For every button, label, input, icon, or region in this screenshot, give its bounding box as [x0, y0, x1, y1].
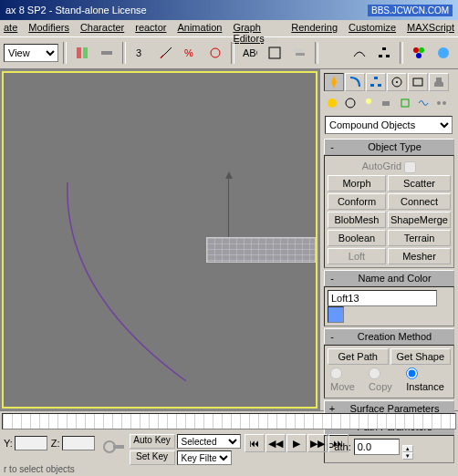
snap-toggle-button[interactable]: 3	[130, 42, 152, 64]
helpers-icon[interactable]	[397, 95, 413, 111]
name-color-rollout: -Name and Color	[324, 270, 454, 326]
render-button[interactable]	[432, 42, 454, 64]
main-menubar[interactable]: ate Modifiers Character reactor Animatio…	[0, 20, 458, 36]
motion-tab[interactable]	[387, 73, 407, 91]
cameras-icon[interactable]	[379, 95, 395, 111]
menu-animation[interactable]: Animation	[177, 22, 222, 35]
play-button[interactable]: ▶	[286, 434, 307, 452]
set-key-icon[interactable]	[100, 434, 126, 460]
z-coordinate-field[interactable]: Z:	[51, 436, 95, 450]
menu-maxscript[interactable]: MAXScript	[407, 22, 454, 35]
percent-snap-button[interactable]: %	[180, 42, 202, 64]
set-key-button[interactable]: Set Key	[130, 450, 175, 465]
align-button[interactable]	[96, 42, 118, 64]
shapes-icon[interactable]	[342, 95, 359, 111]
angle-snap-button[interactable]	[155, 42, 177, 64]
svg-rect-12	[386, 55, 390, 57]
active-viewport[interactable]	[2, 71, 317, 409]
svg-rect-11	[379, 55, 382, 57]
menu-customize[interactable]: Customize	[349, 22, 396, 35]
svg-rect-27	[401, 99, 409, 107]
key-filters-dropdown[interactable]: Key Filters...	[177, 450, 232, 465]
next-frame-button[interactable]: ▶▶	[307, 434, 328, 452]
create-category-row	[322, 93, 456, 113]
menu-reactor[interactable]: reactor	[135, 22, 166, 35]
creation-method-header[interactable]: -Creation Method	[324, 328, 454, 345]
named-selection-button[interactable]: ABC	[239, 42, 261, 64]
window-title: ax 8 SP2 - Stand-alone License	[5, 5, 368, 16]
goto-end-button[interactable]: ⏭	[328, 434, 349, 452]
svg-point-29	[442, 101, 446, 105]
svg-rect-22	[413, 78, 422, 86]
menu-character[interactable]: Character	[80, 22, 124, 35]
schematic-view-button[interactable]	[373, 42, 395, 64]
object-type-rollout: -Object Type AutoGrid Morph Scatter Conf…	[324, 139, 454, 268]
svg-point-25	[366, 98, 371, 104]
autogrid-checkbox: AutoGrid	[328, 159, 451, 175]
auto-key-button[interactable]: Auto Key	[130, 434, 175, 449]
get-shape-button[interactable]: Get Shape	[390, 348, 452, 365]
utilities-tab[interactable]	[429, 73, 449, 91]
svg-point-13	[413, 47, 419, 53]
morph-button[interactable]: Morph	[328, 175, 386, 191]
svg-point-15	[416, 53, 422, 58]
command-panel-tabs	[322, 71, 456, 93]
shapemerge-button[interactable]: ShapeMerge	[388, 212, 451, 228]
prompt-line: r to select objects	[4, 464, 75, 474]
scatter-button[interactable]: Scatter	[388, 175, 451, 191]
display-tab[interactable]	[408, 73, 428, 91]
spinner-snap-button[interactable]	[204, 42, 226, 64]
y-coordinate-field[interactable]: Y:	[4, 436, 47, 450]
menu-create[interactable]: ate	[4, 22, 17, 35]
menu-graph-editors[interactable]: Graph Editors	[233, 22, 280, 35]
menu-rendering[interactable]: Rendering	[291, 22, 338, 35]
object-name-input[interactable]	[328, 290, 437, 306]
transform-gizmo[interactable]	[228, 173, 229, 237]
timeline[interactable]	[0, 410, 458, 432]
curve-editor-button[interactable]	[349, 42, 370, 64]
systems-icon[interactable]	[433, 95, 450, 111]
object-color-swatch[interactable]	[328, 306, 344, 323]
menu-modifiers[interactable]: Modifiers	[28, 22, 69, 35]
spline-curve	[58, 182, 195, 383]
object-type-header[interactable]: -Object Type	[324, 139, 454, 155]
layer-button[interactable]	[288, 42, 310, 64]
material-editor-button[interactable]	[408, 42, 430, 64]
blobmesh-button[interactable]: BlobMesh	[328, 212, 386, 228]
category-dropdown[interactable]: Compound Objects	[325, 116, 453, 134]
conform-button[interactable]: Conform	[328, 193, 386, 210]
svg-point-28	[437, 101, 441, 105]
hierarchy-tab[interactable]	[366, 73, 386, 91]
window-titlebar: ax 8 SP2 - Stand-alone License BBS.JCWCN…	[0, 0, 458, 20]
view-selector[interactable]: View	[4, 44, 58, 62]
loft-mesh-object[interactable]	[206, 237, 316, 263]
svg-rect-19	[378, 84, 381, 87]
watermark-badge: BBS.JCWCN.COM	[368, 5, 453, 16]
path-value-input[interactable]	[354, 439, 400, 455]
key-selection-dropdown[interactable]: Selected	[177, 434, 241, 449]
mirror-button[interactable]	[71, 42, 93, 64]
modify-tab[interactable]	[345, 73, 365, 91]
path-spinner[interactable]: ▲▼	[402, 445, 413, 460]
goto-start-button[interactable]: ⏮	[245, 434, 265, 452]
svg-rect-2	[101, 51, 112, 55]
name-color-header[interactable]: -Name and Color	[324, 270, 454, 286]
mesher-button[interactable]: Mesher	[388, 248, 451, 264]
terrain-button[interactable]: Terrain	[388, 230, 451, 246]
prev-frame-button[interactable]: ◀◀	[265, 434, 286, 452]
connect-button[interactable]: Connect	[388, 193, 451, 210]
selection-filter-button[interactable]	[264, 42, 286, 64]
loft-button[interactable]: Loft	[328, 248, 386, 264]
svg-text:ABC: ABC	[243, 47, 257, 58]
svg-point-5	[211, 48, 220, 57]
copy-radio: Copy	[369, 367, 399, 392]
instance-radio[interactable]: Instance	[406, 367, 448, 392]
geometry-icon[interactable]	[324, 95, 340, 111]
time-slider[interactable]	[2, 413, 456, 429]
create-tab[interactable]	[324, 73, 344, 91]
viewport-container	[0, 69, 319, 410]
spacewarps-icon[interactable]	[415, 95, 432, 111]
lights-icon[interactable]	[360, 95, 377, 111]
boolean-button[interactable]: Boolean	[328, 230, 386, 246]
get-path-button[interactable]: Get Path	[328, 348, 389, 365]
